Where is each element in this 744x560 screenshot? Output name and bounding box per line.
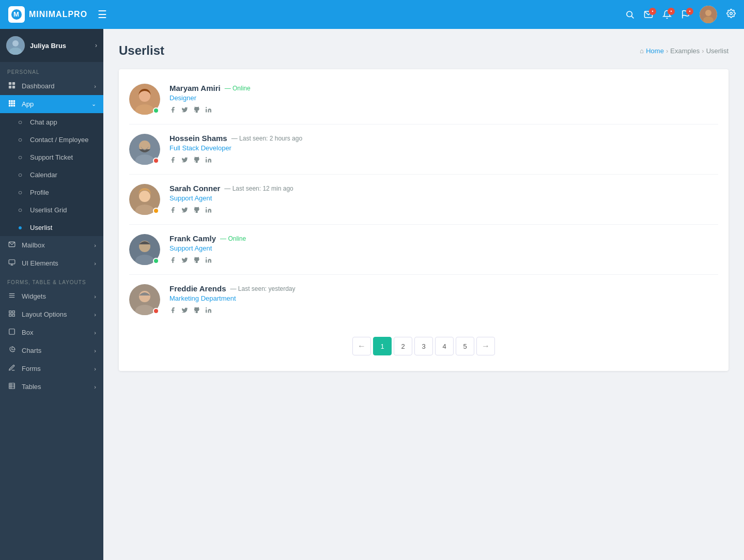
settings-button[interactable] xyxy=(726,9,736,21)
section-label-personal: PERSONAL xyxy=(0,62,103,77)
pagination-page-5[interactable]: 5 xyxy=(456,337,474,355)
sidebar-item-chat-app[interactable]: ○ Chat app xyxy=(0,113,103,131)
pagination-page-3[interactable]: 3 xyxy=(414,337,433,355)
breadcrumb-home-link[interactable]: Home xyxy=(646,47,664,55)
main-content: Userlist ⌂ Home › Examples › Userlist Ma… xyxy=(103,29,744,560)
social-twitter[interactable] xyxy=(181,156,188,165)
social-linkedin[interactable] xyxy=(205,306,212,315)
pagination-next[interactable]: → xyxy=(476,337,495,355)
tables-chevron: › xyxy=(94,384,96,390)
sidebar-item-dashboard[interactable]: Dashboard › xyxy=(0,77,103,95)
pagination-page-2[interactable]: 2 xyxy=(394,337,412,355)
sidebar-item-support-ticket[interactable]: ○ Support Ticket xyxy=(0,148,103,166)
social-linkedin[interactable] xyxy=(205,106,212,115)
mailbox-chevron: › xyxy=(94,242,96,248)
sidebar-item-widgets[interactable]: Widgets › xyxy=(0,287,103,305)
mail-button[interactable]: • xyxy=(644,10,653,19)
user-role: Full Stack Developer xyxy=(169,144,718,152)
user-name-row: Sarah Conner — Last seen: 12 min ago xyxy=(169,184,718,193)
tables-icon xyxy=(7,382,17,391)
sidebar-item-userlist[interactable]: ● Userlist xyxy=(0,219,103,236)
user-role: Support Agent xyxy=(169,194,718,202)
layout: Juliya Brus › PERSONAL Dashboard › App ⌄… xyxy=(0,29,744,560)
search-button[interactable] xyxy=(625,10,634,19)
dashboard-icon xyxy=(7,82,17,90)
social-github[interactable] xyxy=(193,106,200,115)
sidebar-item-charts[interactable]: Charts › xyxy=(0,341,103,360)
svg-point-46 xyxy=(206,107,207,108)
svg-rect-18 xyxy=(11,100,13,102)
sidebar-item-ui-elements[interactable]: UI Elements › xyxy=(0,254,103,272)
pagination: ← 1 2 3 4 5 → xyxy=(129,337,718,355)
svg-point-9 xyxy=(730,12,733,14)
social-facebook[interactable] xyxy=(169,256,176,265)
pagination-page-4[interactable]: 4 xyxy=(435,337,454,355)
layout-options-chevron: › xyxy=(94,312,96,318)
social-github[interactable] xyxy=(193,306,200,315)
user-name: Maryam Amiri xyxy=(169,84,221,92)
userlist-icon: ● xyxy=(16,223,25,231)
sidebar-item-calendar[interactable]: ○ Calendar xyxy=(0,166,103,183)
breadcrumb-sep1: › xyxy=(666,47,668,55)
flag-button[interactable]: • xyxy=(681,10,690,19)
pagination-page-1[interactable]: 1 xyxy=(373,337,392,355)
pagination-prev[interactable]: ← xyxy=(352,337,371,355)
social-linkedin[interactable] xyxy=(205,206,212,215)
user-info: Maryam Amiri — Online Designer xyxy=(169,84,718,115)
social-twitter[interactable] xyxy=(181,256,188,265)
social-twitter[interactable] xyxy=(181,306,188,315)
svg-rect-27 xyxy=(9,260,15,264)
social-facebook[interactable] xyxy=(169,206,176,215)
sidebar-user[interactable]: Juliya Brus › xyxy=(0,29,103,62)
svg-rect-36 xyxy=(12,314,14,316)
user-row: Hossein Shams — Last seen: 2 hours ago F… xyxy=(129,125,718,175)
user-role: Support Agent xyxy=(169,244,718,252)
profile-icon: ○ xyxy=(16,188,25,196)
social-twitter[interactable] xyxy=(181,206,188,215)
sidebar-item-mailbox[interactable]: Mailbox › xyxy=(0,236,103,254)
sidebar-label-calendar: Calendar xyxy=(30,171,96,179)
sidebar-item-userlist-grid[interactable]: ○ Userlist Grid xyxy=(0,201,103,219)
social-github[interactable] xyxy=(193,206,200,215)
sidebar-label-dashboard: Dashboard xyxy=(22,82,89,90)
sidebar-item-forms[interactable]: Forms › xyxy=(0,360,103,378)
social-facebook[interactable] xyxy=(169,306,176,315)
social-github[interactable] xyxy=(193,256,200,265)
svg-rect-34 xyxy=(12,311,14,313)
sidebar-item-app[interactable]: App ⌄ xyxy=(0,95,103,113)
social-linkedin[interactable] xyxy=(205,256,212,265)
sidebar-label-box: Box xyxy=(22,329,89,336)
social-github[interactable] xyxy=(193,156,200,165)
app-chevron: ⌄ xyxy=(91,101,96,107)
bell-button[interactable]: • xyxy=(662,10,672,19)
sidebar-label-charts: Charts xyxy=(22,347,89,354)
app-logo[interactable]: M MINIMALPRO xyxy=(8,6,87,23)
user-role: Marketing Department xyxy=(169,294,718,302)
user-name-row: Maryam Amiri — Online xyxy=(169,84,718,92)
social-facebook[interactable] xyxy=(169,106,176,115)
svg-point-2 xyxy=(627,11,632,17)
sidebar-item-profile[interactable]: ○ Profile xyxy=(0,183,103,201)
ui-elements-chevron: › xyxy=(94,260,96,267)
sidebar-item-layout-options[interactable]: Layout Options › xyxy=(0,305,103,323)
user-status-dot xyxy=(153,308,159,314)
sidebar-user-name: Juliya Brus xyxy=(30,42,90,50)
social-facebook[interactable] xyxy=(169,156,176,165)
sidebar-item-contact-employee[interactable]: ○ Contact / Employee xyxy=(0,131,103,148)
hamburger-button[interactable]: ☰ xyxy=(98,8,107,21)
flag-badge: • xyxy=(686,8,693,15)
logo-icon: M xyxy=(8,6,25,23)
mail-badge: • xyxy=(649,8,656,15)
sidebar-user-avatar xyxy=(6,36,25,55)
svg-rect-24 xyxy=(11,105,13,107)
sidebar-user-chevron: › xyxy=(95,42,97,49)
user-name: Sarah Conner xyxy=(169,184,220,193)
social-twitter[interactable] xyxy=(181,106,188,115)
sidebar-item-box[interactable]: Box › xyxy=(0,323,103,341)
user-avatar-button[interactable] xyxy=(700,6,717,23)
sidebar-label-userlist-grid: Userlist Grid xyxy=(30,206,96,214)
user-row: Sarah Conner — Last seen: 12 min ago Sup… xyxy=(129,175,718,225)
sidebar-item-tables[interactable]: Tables › xyxy=(0,378,103,396)
user-status-dot xyxy=(153,208,159,214)
social-linkedin[interactable] xyxy=(205,156,212,165)
